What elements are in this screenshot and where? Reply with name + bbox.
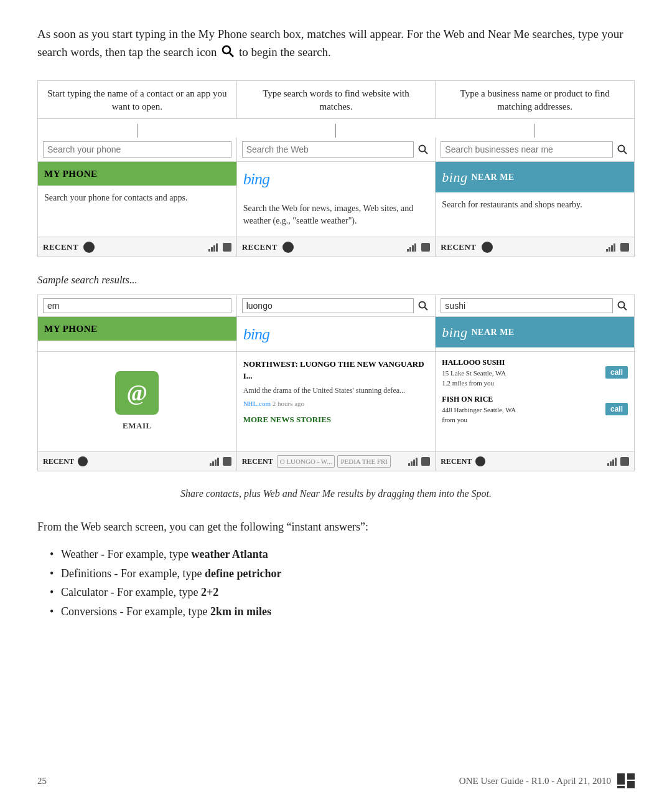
email-result-cell: @ EMAIL	[38, 352, 237, 451]
results-recent-right: RECENT	[436, 452, 634, 471]
results-search-btn-right[interactable]	[615, 299, 629, 313]
signal-icon-middle	[407, 243, 416, 252]
results-recent-label-right: RECENT	[441, 456, 472, 467]
results-headers: MY PHONE bing bing NEAR ME	[38, 317, 634, 352]
results-header-left: MY PHONE	[38, 317, 237, 351]
email-at-symbol: @	[127, 376, 148, 410]
search-button-web[interactable]	[416, 143, 430, 156]
results-header-right: bing NEAR ME	[436, 317, 634, 351]
recent-tabs-middle: O LUONGO - W... PEDIA THE FRI	[277, 455, 405, 468]
search-diagram: Start typing the name of a contact or an…	[37, 80, 635, 258]
results-recent-row: RECENT RECENT O LUONGO - W... PEDIA THE …	[38, 451, 634, 471]
results-input-left[interactable]	[43, 298, 231, 313]
results-signal-middle	[408, 457, 418, 466]
list-item-conversions: Conversions - For example, type 2km in m…	[50, 602, 635, 621]
caption-middle: Type search words to find website with m…	[237, 81, 436, 118]
myphone-header: MY PHONE	[38, 162, 236, 186]
svg-line-9	[624, 307, 627, 310]
recent-cell-right: RECENT	[436, 237, 634, 257]
signal-icon-right	[606, 243, 615, 252]
results-phone-left	[223, 457, 231, 466]
definitions-example: define petrichor	[205, 567, 281, 580]
sample-label: Sample search results...	[37, 272, 635, 288]
search-cell-left	[38, 138, 237, 161]
guide-title: ONE User Guide - R1.0 - April 21, 2010	[459, 774, 611, 788]
svg-point-0	[223, 46, 230, 54]
list-item-definitions: Definitions - For example, type define p…	[50, 564, 635, 583]
recent-dot-middle	[282, 242, 294, 253]
results-search-row	[38, 295, 634, 317]
nearme-address-2: 448 Harbinger Seattle, WA	[442, 405, 602, 415]
bing-panel: bing Search the Web for news, images, We…	[237, 162, 436, 237]
results-content-row: @ EMAIL NORTHWEST: LUONGO THE NEW VANGUA…	[38, 352, 634, 451]
calculator-example: 2+2	[201, 586, 218, 598]
search-input-web[interactable]	[242, 141, 414, 158]
calculator-prefix: Calculator - For example, type	[61, 586, 201, 598]
results-bing-logo: bing	[243, 325, 269, 343]
recent-cell-left: RECENT	[38, 237, 237, 257]
phone-icon-right	[620, 243, 629, 252]
results-phone-middle	[421, 457, 430, 466]
nearme-item-2: FISH ON RICE 448 Harbinger Seattle, WA f…	[442, 394, 628, 425]
search-icon-inline	[222, 44, 234, 62]
myphone-panel: MY PHONE Search your phone for contacts …	[38, 162, 237, 237]
call-button-1[interactable]: call	[605, 366, 628, 379]
nearme-info-2: FISH ON RICE 448 Harbinger Seattle, WA f…	[442, 394, 602, 425]
nearme-address-1: 15 Lake St Seattle, WA	[442, 368, 602, 379]
results-input-right[interactable]	[441, 298, 613, 313]
definitions-prefix: Definitions - For example, type	[61, 567, 205, 580]
results-search-cell-right	[436, 295, 634, 316]
more-news-link[interactable]: MORE NEWS STORIES	[243, 413, 429, 426]
svg-line-1	[230, 53, 233, 57]
instant-answers-list: Weather - For example, type weather Atla…	[50, 545, 635, 621]
svg-line-5	[624, 151, 627, 154]
phone-icon-middle	[421, 243, 430, 252]
intro-suffix: to begin the search.	[239, 45, 331, 59]
results-myphone-header: MY PHONE	[38, 317, 236, 341]
panel-row: MY PHONE Search your phone for contacts …	[38, 162, 634, 237]
nearme-info-1: HALLOOO SUSHI 15 Lake St Seattle, WA 1.2…	[442, 357, 602, 389]
results-phone-right	[620, 457, 629, 466]
nearme-result: HALLOOO SUSHI 15 Lake St Seattle, WA 1.2…	[436, 352, 634, 451]
bing-result-time: 2 hours ago	[273, 400, 304, 407]
caption-right: Type a business name or product to find …	[436, 81, 634, 118]
bing-desc: Search the Web for news, images, Web sit…	[237, 196, 436, 237]
call-button-2[interactable]: call	[605, 403, 628, 415]
results-search-btn-middle[interactable]	[416, 299, 430, 313]
nearme-name-2: FISH ON RICE	[442, 394, 602, 405]
results-bing-header: bing	[237, 317, 436, 351]
list-item-weather: Weather - For example, type weather Atla…	[50, 545, 635, 564]
email-result: @ EMAIL	[38, 352, 236, 451]
weather-example: weather Atlanta	[191, 548, 268, 560]
results-search-cell-middle	[237, 295, 436, 316]
svg-line-7	[425, 307, 428, 310]
page-number: 25	[37, 774, 47, 788]
caption-left: Start typing the name of a contact or an…	[38, 81, 237, 118]
svg-line-3	[425, 151, 428, 154]
recent-tab-2[interactable]: PEDIA THE FRI	[337, 455, 391, 468]
footer-logo	[617, 773, 635, 788]
bing-result: NORTHWEST: LUONGO THE NEW VANGUARD I... …	[237, 352, 436, 451]
results-nearme-label: NEAR ME	[471, 326, 514, 339]
search-input-nearme[interactable]	[441, 141, 613, 158]
results-diagram: MY PHONE bing bing NEAR ME @ EMAIL	[37, 295, 635, 472]
email-icon: @	[115, 371, 159, 415]
recent-dot-left	[83, 242, 95, 253]
search-button-nearme[interactable]	[615, 143, 629, 156]
recent-label-middle: RECENT	[242, 241, 278, 253]
signal-icon-left	[208, 243, 218, 252]
results-input-middle[interactable]	[242, 298, 414, 313]
page-footer: 25 ONE User Guide - R1.0 - April 21, 201…	[37, 773, 635, 788]
bing-nearme-panel: bing NEAR ME Search for restaurants and …	[436, 162, 634, 237]
recent-tab-1[interactable]: O LUONGO - W...	[277, 455, 335, 468]
results-signal-left	[210, 457, 219, 466]
svg-point-2	[419, 145, 426, 151]
results-recent-label-middle: RECENT	[242, 456, 273, 467]
bing-source-link[interactable]: NHL.com	[243, 400, 271, 407]
phone-icon-left	[223, 243, 231, 252]
results-recent-label-left: RECENT	[43, 456, 74, 467]
search-input-phone[interactable]	[43, 141, 231, 158]
nearme-result-cell: HALLOOO SUSHI 15 Lake St Seattle, WA 1.2…	[436, 352, 634, 451]
bing-nearme-header: bing NEAR ME	[436, 162, 634, 192]
search-cell-middle	[237, 138, 436, 161]
